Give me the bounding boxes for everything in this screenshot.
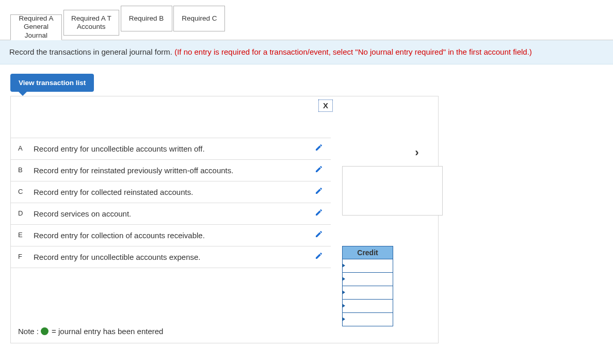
transaction-text: Record services on account. [34,208,311,219]
transaction-text: Record entry for collected reinstated ac… [34,187,311,197]
transaction-key: D [18,208,34,217]
credit-cell[interactable] [343,272,393,286]
transaction-row[interactable]: E Record entry for collection of account… [11,224,331,246]
tab-required-c[interactable]: Required C [173,6,225,31]
transaction-key: C [18,187,34,195]
pencil-icon[interactable] [311,252,327,261]
journal-panel: X A Record entry for uncollectible accou… [10,96,439,343]
view-transaction-list-button[interactable]: View transaction list [10,74,94,92]
note-meaning: = journal entry has been entered [52,327,163,336]
transaction-row[interactable]: C Record entry for collected reinstated … [11,181,331,203]
transaction-row[interactable]: F Record entry for uncollectible account… [11,246,331,268]
note-legend: Note : = journal entry has been entered [18,327,166,336]
tab-required-b[interactable]: Required B [121,6,172,31]
instruction-text: Record the transactions in general journ… [9,47,174,56]
transaction-text: Record entry for reinstated previously w… [34,165,311,176]
pencil-icon[interactable] [311,143,327,153]
instruction-warning: (If no entry is required for a transacti… [174,47,532,56]
pencil-icon[interactable] [311,230,327,240]
tab-required-a-general-journal[interactable]: Required A General Journal [10,14,62,40]
status-entered-dot-icon [41,327,49,335]
transaction-text: Record entry for uncollectible accounts … [34,252,311,262]
credit-cell[interactable] [343,299,393,312]
transaction-key: F [18,252,34,260]
transaction-row[interactable]: D Record services on account. [11,203,331,224]
tab-required-a-t-accounts[interactable]: Required A T Accounts [63,10,119,36]
transaction-row[interactable]: A Record entry for uncollectible account… [11,138,331,159]
transaction-row[interactable]: B Record entry for reinstated previously… [11,159,331,181]
journal-entry-dropzone[interactable] [342,166,443,216]
credit-header: Credit [343,246,393,259]
credit-cell[interactable] [343,312,393,326]
transaction-key: B [18,165,34,174]
transaction-list: A Record entry for uncollectible account… [11,138,331,268]
transaction-text: Record entry for uncollectible accounts … [34,143,311,154]
credit-cell[interactable] [343,286,393,299]
transaction-key: E [18,230,34,239]
chevron-right-icon[interactable]: › [409,145,425,160]
note-prefix: Note : [18,327,39,336]
close-icon[interactable]: X [318,100,333,112]
credit-table: Credit [342,246,393,326]
credit-cell[interactable] [343,259,393,272]
pencil-icon[interactable] [311,165,327,175]
tab-bar: Required A General Journal Required A T … [0,0,613,40]
pencil-icon[interactable] [311,187,327,196]
transaction-key: A [18,143,34,152]
pencil-icon[interactable] [311,208,327,218]
instruction-bar: Record the transactions in general journ… [0,40,613,64]
transaction-text: Record entry for collection of accounts … [34,230,311,241]
